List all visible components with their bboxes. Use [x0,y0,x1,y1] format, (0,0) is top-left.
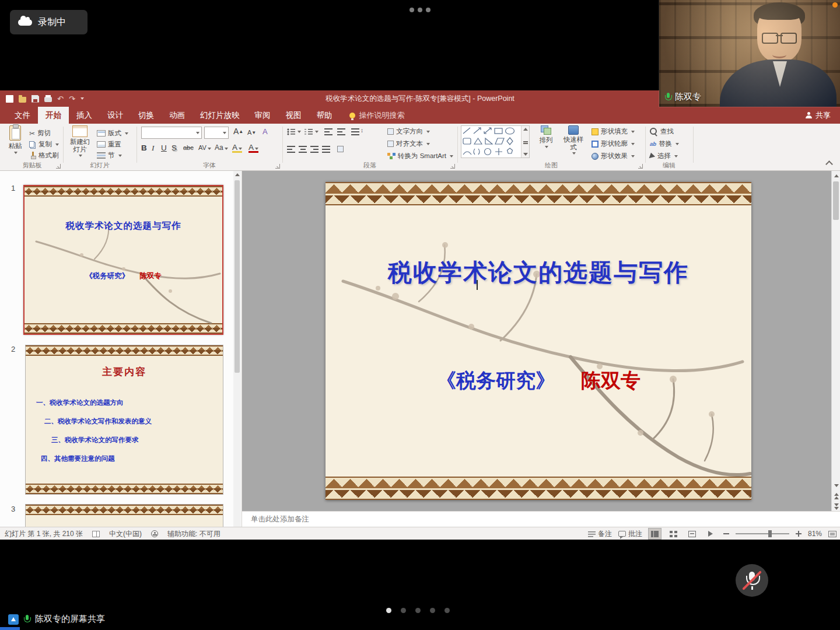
thumb-scrollbar-thumb[interactable] [235,180,240,373]
fit-to-window-icon[interactable] [828,531,836,537]
collapse-ribbon-icon[interactable] [825,160,833,168]
paragraph-dialog-launcher-icon[interactable] [450,164,455,169]
bold-button[interactable]: B [141,144,147,152]
columns-icon[interactable] [337,146,344,152]
tab-slideshow[interactable]: 幻灯片放映 [192,107,247,124]
gallery-more-icon[interactable] [523,141,528,142]
numbered-list-icon[interactable] [304,128,313,135]
normal-view-button[interactable] [649,528,661,539]
zoom-slider[interactable] [736,533,789,534]
tab-home[interactable]: 开始 [38,107,69,124]
undo-icon[interactable]: ↶ [57,95,64,103]
shape-effects-button[interactable]: 形状效果 [592,152,635,160]
slide-subtitle-text[interactable]: 《税务研究》陈双专 [326,368,751,394]
language-indicator[interactable]: 中文(中国) [109,529,142,539]
section-button[interactable]: 节 [97,151,122,160]
zoom-slider-thumb[interactable] [768,530,772,537]
page-dot-active[interactable] [386,608,391,613]
gallery-scroll-down-icon[interactable] [523,153,528,156]
gallery-scroll-up-icon[interactable] [523,128,528,131]
page-dot[interactable] [430,608,435,613]
share-button[interactable]: 共享 [806,107,831,124]
drawing-dialog-launcher-icon[interactable] [638,164,643,169]
justify-icon[interactable] [322,146,330,153]
thumb-scroll-up-icon[interactable] [235,173,240,176]
tell-me-search[interactable]: 操作说明搜索 [349,107,405,124]
font-size-combobox[interactable] [204,127,229,139]
replace-button[interactable]: ab替换 [650,139,679,148]
tab-animations[interactable]: 动画 [162,107,192,124]
cut-button[interactable]: ✂剪切 [29,129,51,138]
slide-canvas[interactable]: 税收学术论文的选题与写作 《税务研究》陈双专 [326,182,751,500]
scroll-down-icon[interactable] [832,481,840,490]
align-left-icon[interactable] [287,146,295,153]
reset-button[interactable]: 重置 [97,140,121,149]
text-shadow-button[interactable]: S [172,144,177,152]
slide-1-thumbnail[interactable]: 税收学术论文的选题与写作 《税务研究》陈双专 [23,185,223,335]
underline-button[interactable]: U [161,144,167,152]
tab-review[interactable]: 审阅 [247,107,278,124]
clipboard-dialog-launcher-icon[interactable] [56,164,61,169]
shrink-font-button[interactable]: A▼ [247,128,256,137]
shape-outline-button[interactable]: 形状轮廓 [592,139,635,148]
tab-view[interactable]: 视图 [278,107,309,124]
align-text-button[interactable]: 对齐文本 [387,139,430,148]
scroll-up-icon[interactable] [832,171,840,180]
convert-smartart-button[interactable]: 转换为 SmartArt [387,152,453,160]
highlight-color-button[interactable]: A [232,144,242,153]
new-slide-button[interactable]: 新建幻灯片 [66,125,93,157]
comments-toggle-button[interactable]: 批注 [618,529,642,539]
select-button[interactable]: 选择 [650,152,678,160]
tab-file[interactable]: 文件 [7,107,38,124]
pagination-dots[interactable] [386,608,450,613]
font-name-combobox[interactable] [141,127,202,139]
page-dot[interactable] [415,608,421,613]
page-dot[interactable] [444,608,450,613]
find-button[interactable]: 查找 [650,127,674,136]
thumbnail-scrollbar[interactable] [233,171,241,527]
tab-help[interactable]: 帮助 [309,107,340,124]
change-case-button[interactable]: Aa [215,144,228,152]
paste-button[interactable]: 粘贴 [4,125,27,154]
zoom-level[interactable]: 81% [808,530,822,538]
text-direction-button[interactable]: 文字方向 [387,127,430,136]
layout-button[interactable]: 版式 [97,129,128,138]
meeting-controls-handle[interactable] [410,8,430,12]
print-icon[interactable] [44,97,52,102]
spellcheck-icon[interactable] [92,531,100,537]
font-dialog-launcher-icon[interactable] [275,164,280,169]
new-file-icon[interactable] [6,95,13,103]
slide-3-thumbnail[interactable] [25,504,223,527]
character-spacing-button[interactable]: AV [198,144,211,152]
decrease-indent-icon[interactable] [324,128,332,135]
slide-2-thumbnail[interactable]: 主要内容 一、税收学术论文的选题方向 二、税收学术论文写作和发表的意义 三、税收… [25,345,223,495]
reading-view-button[interactable] [686,528,698,539]
bullet-list-icon[interactable] [287,128,295,135]
accessibility-status[interactable]: 辅助功能: 不可用 [167,529,220,539]
next-slide-icon[interactable] [832,502,840,511]
open-file-icon[interactable] [19,97,26,103]
notes-toggle-button[interactable]: 备注 [588,529,612,539]
save-icon[interactable] [32,95,39,103]
format-painter-button[interactable]: 格式刷 [29,151,59,160]
notes-pane[interactable]: 单击此处添加备注 [242,511,840,527]
quick-styles-button[interactable]: 快速样式 [560,125,587,155]
tab-insert[interactable]: 插入 [69,107,100,124]
customize-qat-icon[interactable] [80,97,84,100]
copy-button[interactable]: 复制 [29,140,59,149]
shapes-gallery-scrollbar[interactable] [521,126,529,158]
shapes-gallery[interactable] [461,125,530,158]
slide-title-text[interactable]: 税收学术论文的选题与写作 [326,257,751,289]
slide-sorter-view-button[interactable] [667,528,680,539]
slideshow-view-button[interactable] [705,528,717,539]
strikethrough-button[interactable]: abc [183,144,194,152]
font-color-button[interactable]: A [249,144,258,153]
italic-button[interactable]: I [152,144,155,152]
increase-indent-icon[interactable] [337,128,345,135]
tab-design[interactable]: 设计 [100,107,131,124]
presenter-video[interactable]: 陈双专 [659,0,840,107]
zoom-in-button[interactable] [796,531,802,537]
line-spacing-icon[interactable] [351,128,359,135]
align-right-icon[interactable] [310,146,318,153]
mute-button[interactable] [736,564,768,597]
